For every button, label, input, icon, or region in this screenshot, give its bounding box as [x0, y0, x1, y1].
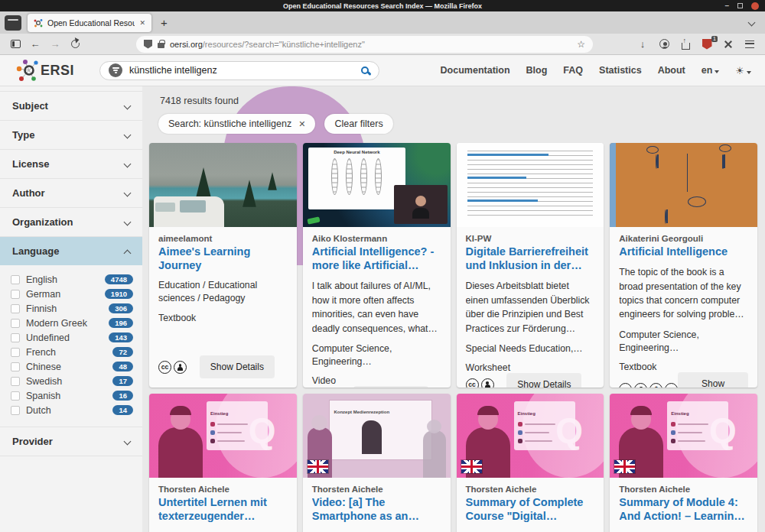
- checkbox[interactable]: [11, 333, 20, 342]
- show-details-button[interactable]: Show Details: [200, 355, 275, 378]
- uk-flag-icon: [308, 460, 328, 473]
- language-option-undefined[interactable]: Undefined143: [11, 330, 133, 345]
- close-button[interactable]: [751, 2, 759, 10]
- browser-tab[interactable]: Open Educational Resource ✕: [28, 14, 151, 32]
- oersi-logo[interactable]: ERSI: [14, 57, 74, 83]
- presenter: [158, 427, 203, 478]
- card-title-link[interactable]: Untertitel Lernen mit texterzeugender…: [158, 495, 288, 523]
- menu-button[interactable]: [741, 36, 759, 53]
- language-option-spanish[interactable]: Spanish16: [11, 388, 133, 403]
- chevron-down-icon: [124, 161, 132, 168]
- share-button[interactable]: [676, 36, 695, 53]
- card-thumbnail-worksheet[interactable]: [457, 143, 604, 227]
- card-author: Thorsten Aichele: [158, 485, 288, 494]
- clear-filters-button[interactable]: Clear filters: [324, 114, 392, 134]
- downloads-button[interactable]: ↓: [633, 36, 652, 53]
- language-option-french[interactable]: French72: [11, 345, 133, 359]
- new-tab-button[interactable]: +: [161, 16, 168, 29]
- filter-subject[interactable]: Subject: [0, 91, 142, 121]
- language-option-swedish[interactable]: Swedish17: [11, 374, 133, 388]
- card-thumbnail-illustration[interactable]: Konzept Medienrezeption: [303, 394, 451, 478]
- lock-icon[interactable]: [158, 43, 164, 48]
- bookmark-star-icon[interactable]: ☆: [577, 39, 585, 50]
- reload-icon: [71, 40, 80, 48]
- reload-button[interactable]: [66, 36, 84, 53]
- nav-faq[interactable]: FAQ: [563, 65, 583, 76]
- card-title-link[interactable]: Aimee's Learning Journey: [158, 245, 288, 272]
- nav-documentation[interactable]: Documentation: [441, 65, 510, 76]
- remove-filter-icon[interactable]: ✕: [298, 119, 305, 129]
- filter-organization[interactable]: Organization: [0, 208, 142, 237]
- forward-button[interactable]: →: [46, 36, 64, 53]
- checkbox[interactable]: [11, 275, 20, 284]
- card-title-link[interactable]: Summary of Module 4: And Action! – Learn…: [619, 495, 748, 523]
- card-thumbnail-neural-network[interactable]: Deep Neural Network: [303, 143, 451, 227]
- card-description: The topic of the book is a broad present…: [619, 265, 748, 322]
- chevron-down-icon: [747, 71, 751, 74]
- checkbox[interactable]: [11, 319, 20, 328]
- card-thumbnail-video[interactable]: Q Einstieg: [149, 394, 297, 478]
- chevron-down-icon: [124, 438, 132, 446]
- filter-language[interactable]: Language: [0, 237, 142, 265]
- back-button[interactable]: ←: [26, 36, 44, 53]
- card-title-link[interactable]: Video: [a] The Smartphone as an Alarm Ma…: [312, 495, 441, 523]
- theme-toggle[interactable]: ☀: [735, 65, 751, 76]
- card-title-link[interactable]: Summary of Complete Course "Digital Lear…: [466, 495, 595, 523]
- card-author: aimeelamont: [158, 234, 288, 243]
- card-author: Thorsten Aichele: [312, 485, 441, 494]
- sun-icon: ☀: [735, 65, 744, 76]
- card-thumbnail-mountain[interactable]: [149, 143, 297, 227]
- nav-blog[interactable]: Blog: [526, 65, 548, 76]
- card-thumbnail-video[interactable]: Q Einstieg: [457, 394, 604, 478]
- maximize-button[interactable]: [737, 3, 743, 8]
- checkbox[interactable]: [11, 290, 20, 299]
- license-link[interactable]: cc: [466, 378, 494, 388]
- language-option-german[interactable]: German1910: [11, 287, 133, 301]
- sidebar-toggle-button[interactable]: [6, 36, 24, 53]
- card-title-link[interactable]: Artificial Intelligence: [619, 245, 748, 258]
- slide-title: Deep Neural Network: [334, 150, 379, 154]
- show-details-button[interactable]: Show Details: [678, 372, 748, 388]
- filter-provider[interactable]: Provider: [0, 427, 142, 456]
- ublock-extension-button[interactable]: 1: [698, 36, 716, 53]
- chevron-down-icon: [124, 219, 132, 226]
- card-thumbnail-video[interactable]: Q Einstieg: [610, 394, 757, 478]
- language-dropdown[interactable]: en: [702, 65, 720, 76]
- language-option-dutch[interactable]: Dutch14: [11, 403, 133, 417]
- card-title-link[interactable]: Digitale Barrierefreiheit und Inklusion …: [466, 245, 595, 272]
- show-details-button[interactable]: Show Details: [353, 386, 428, 388]
- checkbox[interactable]: [11, 348, 20, 357]
- language-option-modern-greek[interactable]: Modern Greek196: [11, 316, 133, 330]
- language-option-english[interactable]: English4748: [11, 272, 133, 287]
- language-option-finnish[interactable]: Finnish306: [11, 301, 133, 316]
- nav-statistics[interactable]: Statistics: [599, 65, 642, 76]
- language-option-chinese[interactable]: Chinese48: [11, 359, 133, 374]
- checkbox[interactable]: [11, 391, 20, 401]
- checkbox[interactable]: [11, 377, 20, 386]
- filter-license[interactable]: License: [0, 150, 142, 179]
- checkbox[interactable]: [11, 362, 20, 371]
- url-bar[interactable]: oersi.org/resources/?search="künstliche+…: [136, 36, 593, 53]
- card-title-link[interactable]: Artificial Intelligence? - more like Art…: [312, 245, 441, 272]
- screenshot-tool-button[interactable]: [719, 36, 737, 53]
- license-link[interactable]: cc $ =: [619, 383, 678, 388]
- firefox-view-icon[interactable]: [5, 15, 21, 31]
- minimize-button[interactable]: –: [724, 4, 729, 8]
- license-link[interactable]: cc: [158, 361, 187, 374]
- card-thumbnail-book-cover[interactable]: [610, 143, 757, 227]
- search-icon[interactable]: [361, 66, 369, 74]
- show-details-button[interactable]: Show Details: [506, 373, 581, 388]
- nav-about[interactable]: About: [658, 65, 685, 76]
- card-subject: Education / Educational sciences / Pedag…: [158, 279, 288, 305]
- search-filter-icon[interactable]: [109, 63, 122, 77]
- search-input[interactable]: [129, 65, 354, 76]
- list-all-tabs-icon[interactable]: [748, 19, 756, 27]
- window-controls: –: [724, 0, 759, 11]
- filter-author[interactable]: Author: [0, 179, 142, 208]
- checkbox[interactable]: [11, 304, 20, 313]
- filter-type[interactable]: Type: [0, 121, 142, 150]
- tab-close-icon[interactable]: ✕: [139, 19, 145, 27]
- tracking-protection-icon[interactable]: [144, 40, 152, 49]
- checkbox[interactable]: [11, 406, 20, 415]
- account-button[interactable]: [655, 36, 673, 53]
